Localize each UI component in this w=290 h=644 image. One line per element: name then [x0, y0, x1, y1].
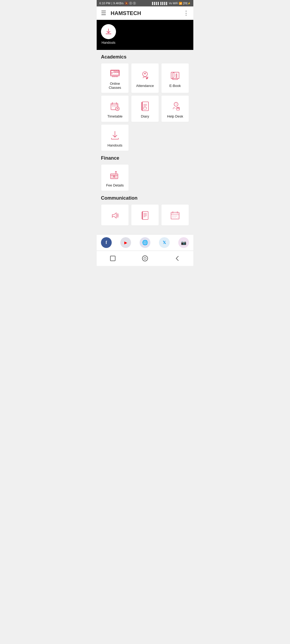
diary-label: Diary [141, 114, 149, 118]
youtube-icon: ▶ [124, 240, 127, 245]
academics-grid-row2: Timetable Diary [101, 95, 189, 122]
communication-title: Communication [101, 195, 189, 201]
nav-circle-icon [141, 255, 149, 262]
banner-handouts[interactable]: Handouts [101, 24, 116, 45]
diary-icon [139, 100, 151, 112]
svg-rect-45 [142, 211, 148, 219]
globe-icon: 🌐 [142, 240, 148, 246]
helpdesk-icon: ? [169, 100, 181, 112]
status-speed: 9.4KB/s [113, 2, 124, 5]
announcements-card[interactable] [101, 204, 129, 226]
more-options-button[interactable]: ⋮ [183, 10, 189, 17]
attendance-card[interactable]: Attendance [131, 63, 159, 93]
academics-section: Academics Online Classes [101, 54, 189, 151]
twitter-button[interactable]: 𝕏 [159, 237, 170, 248]
notebook-icon [140, 210, 150, 221]
svg-point-15 [176, 76, 177, 78]
signal-icon: ▌▌▌▌ [152, 2, 160, 5]
svg-point-71 [144, 257, 146, 259]
svg-rect-36 [144, 107, 147, 109]
nav-square-icon [109, 255, 117, 262]
signal-icon-2: ▌▌▌▌ [161, 2, 168, 5]
instagram-icon: 📷 [181, 240, 186, 245]
status-network: | [111, 2, 112, 5]
nav-back-icon [173, 255, 181, 262]
svg-point-70 [142, 256, 148, 261]
ebook-icon [169, 70, 181, 82]
handouts-icon [109, 129, 121, 141]
svg-point-8 [116, 71, 117, 73]
globe-button[interactable]: 🌐 [140, 237, 150, 248]
main-content: Academics Online Classes [97, 50, 193, 234]
online-classes-card[interactable]: Online Classes [101, 63, 129, 93]
finance-section: Finance ₹ Fee Details [101, 155, 189, 191]
app-bar: ☰ HAMSTECH ⋮ [97, 6, 193, 20]
handouts-card[interactable]: Handouts [101, 124, 129, 151]
handouts-icon-circle [101, 24, 116, 39]
notebook-card[interactable] [131, 204, 159, 226]
timetable-card[interactable]: Timetable [101, 95, 129, 122]
instagram-button[interactable]: 📷 [178, 237, 189, 248]
svg-point-2 [113, 76, 114, 77]
youtube-button[interactable]: ▶ [120, 237, 131, 248]
fee-details-label: Fee Details [106, 183, 124, 187]
nav-home-button[interactable] [108, 254, 118, 263]
svg-point-4 [117, 76, 118, 77]
online-classes-icon [109, 68, 121, 79]
attendance-label: Attendance [136, 84, 154, 88]
helpdesk-label: Help Desk [167, 114, 183, 118]
academics-grid-row3: Handouts [101, 124, 189, 151]
ebook-card[interactable]: E-Book [161, 63, 189, 93]
handouts-label: Handouts [107, 143, 122, 147]
attendance-icon [139, 70, 151, 82]
nav-bar [97, 251, 193, 266]
banner: Handouts [97, 20, 193, 50]
battery-icon: [39]⚡ [183, 2, 191, 5]
nav-circle-button[interactable] [140, 254, 150, 263]
calendar-card[interactable] [161, 204, 189, 226]
timetable-label: Timetable [107, 114, 123, 118]
svg-rect-52 [171, 212, 179, 219]
hamburger-menu[interactable]: ☰ [101, 10, 106, 17]
timetable-icon [109, 100, 121, 112]
online-classes-label: Online Classes [103, 82, 126, 90]
status-icons: 🔕 ⓢ ⓢ [125, 1, 136, 5]
calendar-icon [170, 210, 180, 221]
download-icon [105, 28, 112, 35]
wifi-icon: 📶 [179, 2, 182, 5]
svg-rect-11 [171, 72, 179, 79]
svg-point-3 [114, 76, 115, 77]
communication-grid [101, 204, 189, 226]
finance-title: Finance [101, 155, 189, 161]
status-left: 6:10 PM | 9.4KB/s 🔕 ⓢ ⓢ [99, 1, 136, 5]
status-right: ▌▌▌▌ ▌▌▌▌ Vo WiFi 📶 [39]⚡ [152, 2, 191, 5]
announcements-icon [110, 210, 120, 221]
finance-grid: ₹ Fee Details [101, 164, 189, 191]
vowifi-icon: Vo WiFi [169, 2, 178, 5]
svg-text:?: ? [175, 103, 177, 106]
nav-back-button[interactable] [172, 254, 182, 263]
ebook-label: E-Book [169, 84, 181, 88]
status-time: 6:10 PM [99, 2, 110, 5]
svg-point-7 [114, 71, 115, 73]
academics-title: Academics [101, 54, 189, 60]
diary-card[interactable]: Diary [131, 95, 159, 122]
app-title: HAMSTECH [111, 10, 183, 16]
facebook-icon: f [106, 240, 107, 245]
fee-details-card[interactable]: ₹ Fee Details [101, 164, 129, 191]
twitter-icon: 𝕏 [163, 240, 166, 245]
academics-grid-row1: Online Classes Attendance [101, 63, 189, 93]
banner-handouts-label: Handouts [102, 41, 115, 45]
svg-rect-69 [110, 256, 115, 261]
svg-point-14 [176, 75, 177, 76]
status-bar: 6:10 PM | 9.4KB/s 🔕 ⓢ ⓢ ▌▌▌▌ ▌▌▌▌ Vo WiF… [97, 0, 193, 6]
facebook-button[interactable]: f [101, 237, 112, 248]
fee-details-icon: ₹ [109, 169, 121, 181]
svg-point-13 [176, 74, 177, 75]
communication-section: Communication [101, 195, 189, 226]
social-bar: f ▶ 🌐 𝕏 📷 [97, 234, 193, 251]
helpdesk-card[interactable]: ? Help Desk [161, 95, 189, 122]
